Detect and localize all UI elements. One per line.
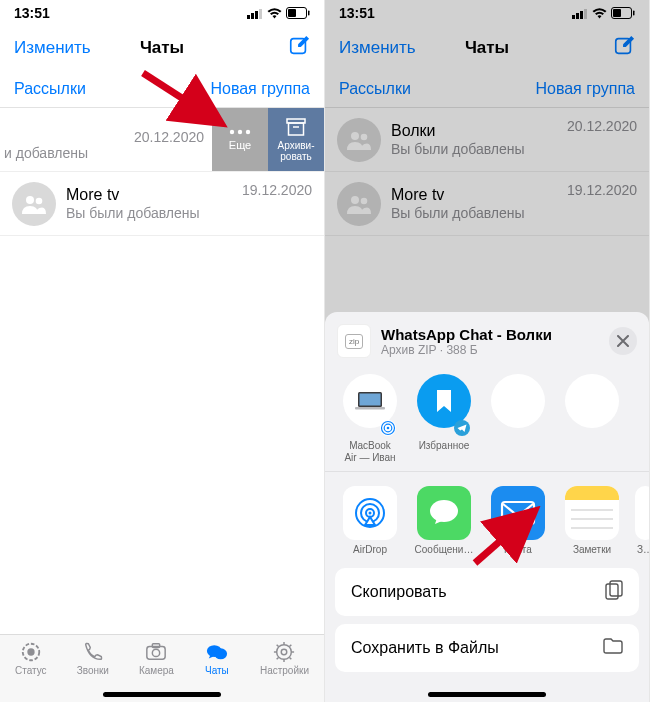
svg-line-32	[277, 658, 279, 660]
laptop-icon	[353, 390, 387, 412]
svg-rect-59	[502, 502, 534, 524]
screen-1-chats-swipe: 13:51 Изменить Чаты Рассылки Новая групп…	[0, 0, 325, 702]
divider	[325, 471, 649, 472]
svg-rect-48	[355, 407, 385, 410]
close-icon	[617, 335, 629, 347]
chat-date: 19.12.2020	[242, 182, 312, 198]
tab-settings[interactable]: Настройки	[260, 641, 309, 702]
swipe-more-button[interactable]: Еще	[212, 108, 268, 171]
group-icon	[20, 194, 48, 214]
swipe-more-label: Еще	[229, 139, 251, 151]
share-targets-row[interactable]: MacBook Air — Иван Избранное	[325, 368, 649, 471]
secondary-toolbar: Рассылки Новая группа	[0, 70, 324, 108]
wifi-icon	[267, 8, 282, 19]
chat-row[interactable]: More tv Вы были добавлены 19.12.2020	[0, 172, 324, 236]
svg-point-14	[26, 196, 34, 204]
svg-point-52	[387, 427, 390, 430]
svg-point-58	[430, 500, 458, 522]
screen-2-share-sheet: 13:51 Изменить Чаты Рассылки Новая групп…	[325, 0, 650, 702]
close-button[interactable]	[609, 327, 637, 355]
svg-point-23	[214, 648, 227, 659]
status-time: 13:51	[14, 5, 50, 21]
compose-button[interactable]	[288, 35, 310, 61]
svg-line-30	[277, 645, 279, 647]
share-app-label: Заметки	[573, 544, 611, 556]
mail-icon	[500, 500, 536, 526]
tab-status[interactable]: Статус	[15, 641, 47, 702]
action-copy-label: Скопировать	[351, 583, 447, 601]
svg-line-33	[290, 645, 292, 647]
camera-icon	[143, 641, 169, 663]
svg-rect-65	[610, 581, 622, 596]
svg-rect-64	[606, 584, 618, 599]
airdrop-icon	[352, 495, 388, 531]
gear-icon	[271, 641, 297, 663]
share-app-label: Сообщени…	[415, 544, 474, 556]
action-save-to-files[interactable]: Сохранить в Файлы	[335, 624, 639, 672]
svg-point-10	[246, 129, 250, 133]
svg-point-20	[153, 649, 160, 656]
svg-rect-3	[259, 9, 262, 19]
share-sheet: zip WhatsApp Chat - Волки Архив ZIP · 38…	[325, 312, 649, 702]
share-apps-row[interactable]: AirDrop Сообщени… Почта Заметки	[325, 480, 649, 568]
swipe-actions: Еще Архиви- ровать	[212, 108, 324, 171]
svg-rect-0	[247, 15, 250, 19]
status-icons	[247, 7, 310, 19]
share-header: zip WhatsApp Chat - Волки Архив ZIP · 38…	[325, 312, 649, 368]
svg-point-24	[277, 645, 292, 660]
edit-button[interactable]: Изменить	[14, 38, 91, 58]
new-group-link[interactable]: Новая группа	[210, 80, 310, 98]
archive-icon	[286, 118, 306, 136]
share-app-airdrop[interactable]: AirDrop	[339, 486, 401, 556]
svg-rect-19	[147, 647, 165, 660]
home-indicator[interactable]	[103, 692, 221, 697]
group-avatar	[12, 182, 56, 226]
bookmark-icon	[433, 388, 455, 414]
svg-rect-12	[289, 123, 304, 135]
share-app-label: AirDrop	[353, 544, 387, 556]
file-icon: zip	[337, 324, 371, 358]
chat-date: 20.12.2020	[134, 129, 212, 145]
messages-icon	[427, 498, 461, 528]
svg-rect-5	[288, 9, 296, 17]
svg-rect-1	[251, 13, 254, 19]
share-target-blank[interactable]	[487, 374, 549, 463]
share-app-label: З…	[637, 544, 649, 556]
svg-point-8	[230, 129, 234, 133]
svg-rect-6	[308, 11, 310, 16]
chats-icon	[204, 641, 230, 663]
home-indicator[interactable]	[428, 692, 546, 697]
share-app-notes[interactable]: Заметки	[561, 486, 623, 556]
share-target-blank[interactable]	[561, 374, 623, 463]
share-app-messages[interactable]: Сообщени…	[413, 486, 475, 556]
share-target-label: MacBook Air — Иван	[344, 440, 395, 463]
chat-subtitle-cut: и добавлены	[4, 145, 212, 161]
share-app-label: Почта	[504, 544, 532, 556]
share-target-label: Избранное	[419, 440, 470, 452]
ellipsis-icon	[229, 129, 251, 135]
status-bar: 13:51	[0, 0, 324, 26]
svg-point-25	[282, 649, 288, 655]
share-app-extra[interactable]: З…	[635, 486, 649, 556]
share-title: WhatsApp Chat - Волки	[381, 326, 552, 343]
swipe-archive-button[interactable]: Архиви- ровать	[268, 108, 324, 171]
svg-rect-2	[255, 11, 258, 19]
svg-line-31	[290, 658, 292, 660]
svg-point-15	[36, 197, 43, 204]
share-target-favorites[interactable]: Избранное	[413, 374, 475, 463]
svg-rect-60	[565, 486, 619, 500]
broadcasts-link[interactable]: Рассылки	[14, 80, 86, 98]
share-target-macbook[interactable]: MacBook Air — Иван	[339, 374, 401, 463]
nav-header: Изменить Чаты	[0, 26, 324, 70]
svg-point-18	[27, 648, 34, 655]
share-meta: Архив ZIP · 388 Б	[381, 343, 552, 357]
chat-row-swiped[interactable]: 20.12.2020 и добавлены Еще Архиви- роват…	[0, 108, 324, 172]
page-title: Чаты	[140, 38, 184, 58]
svg-rect-47	[360, 394, 381, 406]
phone-icon	[80, 641, 106, 663]
action-copy[interactable]: Скопировать	[335, 568, 639, 616]
share-app-mail[interactable]: Почта	[487, 486, 549, 556]
folder-icon	[603, 638, 623, 658]
svg-rect-21	[153, 644, 160, 648]
airdrop-badge-icon	[380, 420, 396, 436]
